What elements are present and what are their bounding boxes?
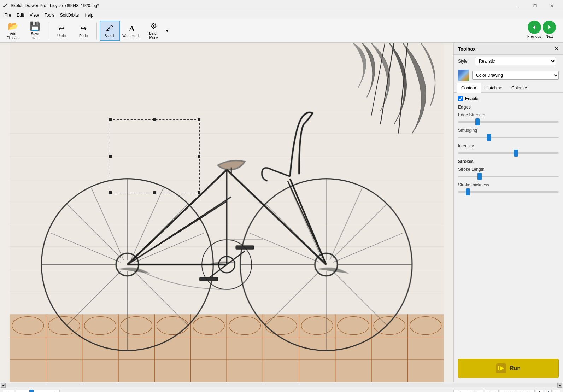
time-text: Time (s): 17.7 bbox=[457, 391, 480, 392]
stroke-length-slider[interactable] bbox=[458, 176, 559, 177]
toolbox-title: Toolbox bbox=[458, 46, 476, 52]
contour-tab-content: Enable Edges Edge Strength Smudging Inte… bbox=[454, 93, 563, 355]
toolbox-panel: Toolbox ✕ Style Realistic Simple Artisti… bbox=[453, 43, 563, 382]
facebook-button[interactable]: f bbox=[545, 390, 552, 392]
redo-icon: ↪ bbox=[80, 24, 87, 33]
menu-edit[interactable]: Edit bbox=[14, 12, 27, 18]
separator-2 bbox=[96, 22, 97, 39]
toolbox-close-button[interactable]: ✕ bbox=[555, 46, 559, 52]
stroke-length-group: Stroke Length bbox=[458, 167, 559, 178]
previous-label: Previous bbox=[527, 35, 541, 39]
maximize-button[interactable]: □ bbox=[527, 0, 543, 11]
batch-mode-arrow[interactable]: ▼ bbox=[165, 29, 169, 33]
menu-view[interactable]: View bbox=[27, 12, 42, 18]
strokes-section: Strokes Stroke Length Stroke thickness bbox=[458, 159, 559, 194]
watermarks-icon: A bbox=[129, 24, 135, 33]
stroke-thickness-slider[interactable] bbox=[458, 191, 559, 193]
watermarks-label: Watermarks bbox=[122, 34, 141, 38]
next-label: Next bbox=[546, 35, 553, 39]
zoom-out-icon[interactable]: ⊖ bbox=[19, 391, 22, 392]
redo-label: Redo bbox=[79, 34, 88, 38]
enable-checkbox[interactable] bbox=[458, 96, 463, 101]
app-icon: 🖊 bbox=[3, 3, 8, 8]
presets-row: Color Drawing Pencil Sketch Charcoal Wat… bbox=[454, 68, 563, 83]
sketch-label: Sketch bbox=[105, 34, 116, 38]
edges-section-header: Edges bbox=[458, 105, 559, 110]
batch-mode-label: BatchMode bbox=[149, 31, 158, 40]
redo-button[interactable]: ↪ Redo bbox=[73, 21, 94, 41]
info-button[interactable]: ℹ bbox=[536, 390, 543, 392]
intensity-group: Intensity bbox=[458, 144, 559, 155]
edge-strength-group: Edge Strength bbox=[458, 112, 559, 124]
tab-hatching[interactable]: Hatching bbox=[481, 83, 507, 93]
undo-label: Undo bbox=[57, 34, 66, 38]
next-nav: Next bbox=[543, 21, 556, 39]
run-button[interactable]: Run bbox=[458, 359, 559, 378]
menu-tools[interactable]: Tools bbox=[42, 12, 57, 18]
horizontal-scrollbar: ◀ ▶ bbox=[0, 382, 563, 388]
nav-arrows: Previous Next bbox=[527, 21, 556, 39]
toolbar: 📂 AddFile(s)... 💾 Saveas... ↩ Undo ↪ Red… bbox=[0, 19, 563, 43]
edge-strength-slider[interactable] bbox=[458, 121, 559, 123]
tab-contour[interactable]: Contour bbox=[457, 83, 481, 93]
menu-help[interactable]: Help bbox=[82, 12, 96, 18]
previous-button[interactable] bbox=[528, 21, 541, 34]
info-icon: ℹ bbox=[539, 391, 540, 392]
presets-select[interactable]: Color Drawing Pencil Sketch Charcoal Wat… bbox=[472, 71, 559, 80]
menu-file[interactable]: File bbox=[1, 12, 14, 18]
tab-colorize[interactable]: Colorize bbox=[507, 83, 532, 93]
svg-marker-0 bbox=[533, 25, 535, 29]
undo-icon: ↩ bbox=[58, 24, 65, 33]
enable-row: Enable bbox=[458, 96, 559, 101]
add-files-label: AddFile(s)... bbox=[7, 32, 19, 40]
batch-mode-button[interactable]: ⚙ BatchMode bbox=[143, 21, 164, 41]
save-as-button[interactable]: 💾 Saveas... bbox=[25, 21, 45, 41]
youtube-button[interactable]: ▶ bbox=[553, 390, 560, 392]
scroll-track[interactable] bbox=[6, 383, 557, 387]
smudging-slider[interactable] bbox=[458, 137, 559, 138]
menu-bar: File Edit View Tools SoftOrbits Help bbox=[0, 11, 563, 19]
stroke-length-label: Stroke Length bbox=[458, 167, 559, 172]
zoom-text: 1:1 bbox=[6, 391, 11, 392]
zoom-controls[interactable]: ⊖ ⊕ bbox=[16, 390, 60, 392]
edge-strength-label: Edge Strength bbox=[458, 112, 559, 117]
separator-1 bbox=[48, 22, 48, 39]
format-text: JPG bbox=[488, 391, 495, 392]
undo-button[interactable]: ↩ Undo bbox=[51, 21, 72, 41]
enable-label[interactable]: Enable bbox=[465, 96, 478, 101]
status-bar: 1:1 ⊖ ⊕ Time (s): 17.7 JPG (1920x1280x24… bbox=[0, 388, 563, 392]
dimensions-text: (1920x1280x24) bbox=[503, 391, 532, 392]
minimize-button[interactable]: ─ bbox=[510, 0, 526, 11]
close-button[interactable]: ✕ bbox=[544, 0, 560, 11]
time-display: Time (s): 17.7 bbox=[453, 390, 483, 392]
save-as-label: Saveas... bbox=[31, 32, 39, 40]
strokes-section-header: Strokes bbox=[458, 159, 559, 164]
intensity-slider[interactable] bbox=[458, 152, 559, 154]
zoom-level: 1:1 bbox=[3, 390, 14, 392]
add-files-button[interactable]: 📂 AddFile(s)... bbox=[3, 21, 23, 41]
title-bar: 🖊 Sketch Drawer Pro - bicycle-789648_192… bbox=[0, 0, 563, 11]
dimensions-display: (1920x1280x24) bbox=[500, 390, 535, 392]
zoom-in-icon[interactable]: ⊕ bbox=[53, 391, 57, 392]
style-select[interactable]: Realistic Simple Artistic bbox=[475, 57, 556, 65]
style-row: Style Realistic Simple Artistic bbox=[454, 55, 563, 68]
window-title: Sketch Drawer Pro - bicycle-789648_1920.… bbox=[11, 3, 510, 8]
scroll-left-button[interactable]: ◀ bbox=[1, 383, 6, 388]
menu-softorbits[interactable]: SoftOrbits bbox=[57, 12, 82, 18]
presets-icon bbox=[458, 70, 469, 81]
sketch-icon: 🖊 bbox=[106, 24, 114, 33]
format-display: JPG bbox=[485, 390, 499, 392]
sketch-button[interactable]: 🖊 Sketch bbox=[100, 21, 120, 41]
bicycle-image bbox=[0, 43, 453, 382]
scroll-right-button[interactable]: ▶ bbox=[557, 383, 562, 388]
stroke-thickness-label: Stroke thickness bbox=[458, 182, 559, 187]
stroke-thickness-group: Stroke thickness bbox=[458, 182, 559, 194]
run-label: Run bbox=[510, 365, 521, 371]
watermarks-button[interactable]: A Watermarks bbox=[122, 21, 142, 41]
next-button[interactable] bbox=[543, 21, 556, 34]
smudging-label: Smudging bbox=[458, 128, 559, 133]
add-files-icon: 📂 bbox=[8, 21, 18, 31]
canvas-area[interactable] bbox=[0, 43, 453, 382]
tabs: Contour Hatching Colorize bbox=[454, 83, 563, 93]
main-area: Toolbox ✕ Style Realistic Simple Artisti… bbox=[0, 43, 563, 382]
